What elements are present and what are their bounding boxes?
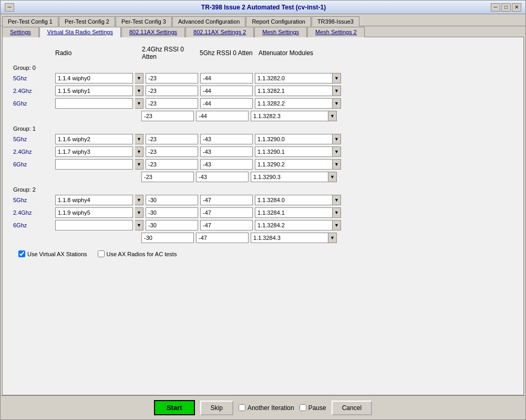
window-controls: ─ □ ✕ — [491, 3, 521, 12]
radio-select[interactable]: 1.1.9 wiphy5 — [55, 207, 133, 218]
atten-select-arrow[interactable]: ▼ — [333, 73, 341, 83]
atten-select-arrow[interactable]: ▼ — [328, 233, 337, 243]
atten-select[interactable]: 1.1.3284.1 — [255, 207, 333, 218]
atten-select[interactable]: 1.1.3290.0 — [255, 134, 333, 144]
atten-select-arrow[interactable]: ▼ — [333, 195, 341, 205]
table-row: 5Ghz 1.1.8 wiphy4 ▼ 1.1.3284.0 ▼ — [13, 195, 513, 205]
group-0: Group: 0 5Ghz 1.1.4 wiphy0 ▼ 1.1.3282.0 … — [13, 65, 513, 121]
radio-select[interactable]: 1.1.5 wiphy1 — [55, 86, 133, 96]
atten-select[interactable]: 1.1.3290.3 — [251, 172, 328, 182]
atten-select[interactable]: 1.1.3282.3 — [251, 111, 328, 121]
radio-select-arrow[interactable]: ▼ — [135, 86, 143, 96]
rssi5-input[interactable] — [200, 86, 253, 96]
table-row: 1.1.3290.3 ▼ — [13, 172, 513, 182]
atten-select[interactable]: 1.1.3282.1 — [255, 86, 333, 96]
maximize-btn[interactable]: □ — [501, 3, 511, 12]
atten-select-arrow[interactable]: ▼ — [328, 172, 337, 182]
radio-select[interactable]: 1.1.8 wiphy4 — [55, 195, 133, 205]
pause-checkbox[interactable] — [300, 404, 306, 411]
col-header-radio: Radio — [55, 49, 142, 57]
rssi24-input[interactable] — [146, 134, 198, 144]
cancel-button[interactable]: Cancel — [332, 401, 372, 415]
radio-select[interactable] — [55, 98, 133, 109]
rssi5-input[interactable] — [196, 111, 249, 121]
rssi24-input[interactable] — [146, 146, 198, 157]
atten-select-arrow[interactable]: ▼ — [328, 111, 337, 121]
radio-select[interactable]: 1.1.6 wiphy2 — [55, 134, 133, 144]
rssi5-input[interactable] — [200, 134, 253, 144]
radio-select-arrow[interactable]: ▼ — [135, 146, 143, 157]
rssi24-input[interactable] — [146, 195, 198, 205]
radio-select[interactable] — [55, 220, 133, 230]
radio-select-arrow[interactable]: ▼ — [135, 134, 143, 144]
use-ax-radios-checkbox[interactable] — [98, 250, 105, 257]
tab-report-configuration[interactable]: Report Configuration — [246, 16, 311, 26]
tab-virtual-sta-radio-settings[interactable]: Virtual Sta Radio Settings — [39, 27, 121, 37]
rssi5-input[interactable] — [200, 146, 253, 157]
band-label: 6Ghz — [13, 161, 55, 167]
atten-select-arrow[interactable]: ▼ — [333, 146, 341, 157]
atten-select[interactable]: 1.1.3282.2 — [255, 98, 333, 109]
band-label: 6Ghz — [13, 222, 55, 228]
tab-80211ax-settings-2[interactable]: 802.11AX Settings 2 — [185, 27, 254, 37]
atten-select[interactable]: 1.1.3284.0 — [255, 195, 333, 205]
tab-80211ax-settings[interactable]: 802.11AX Settings — [121, 27, 185, 37]
rssi5-input[interactable] — [200, 195, 253, 205]
radio-select-wrap: ▼ — [55, 159, 143, 170]
atten-select[interactable]: 1.1.3290.2 — [255, 159, 333, 170]
rssi24-input[interactable] — [146, 73, 198, 83]
atten-select[interactable]: 1.1.3284.2 — [255, 220, 333, 230]
tab-mesh-settings-2[interactable]: Mesh Settings 2 — [307, 27, 365, 37]
radio-select[interactable] — [55, 159, 133, 170]
col-header-attenuator: Attenuator Modules — [259, 49, 353, 57]
tab-settings[interactable]: Settings — [2, 27, 39, 37]
tab-per-test-config-2[interactable]: Per-Test Config 2 — [59, 16, 115, 26]
radio-select-wrap: ▼ — [55, 98, 143, 109]
rssi24-input[interactable] — [141, 111, 194, 121]
radio-select-arrow[interactable]: ▼ — [135, 220, 143, 230]
radio-select-arrow[interactable]: ▼ — [135, 207, 143, 218]
atten-select-arrow[interactable]: ▼ — [333, 220, 341, 230]
rssi24-input[interactable] — [146, 86, 198, 96]
rssi5-input[interactable] — [196, 233, 249, 243]
atten-select[interactable]: 1.1.3290.1 — [255, 146, 333, 157]
radio-select[interactable]: 1.1.4 wiphy0 — [55, 73, 133, 83]
rssi24-input[interactable] — [146, 98, 198, 109]
rssi24-input[interactable] — [141, 172, 194, 182]
rssi5-input[interactable] — [200, 220, 253, 230]
system-menu-btn[interactable]: ─ — [5, 3, 14, 12]
atten-select-arrow[interactable]: ▼ — [333, 86, 341, 96]
atten-select[interactable]: 1.1.3284.3 — [251, 233, 328, 243]
start-button[interactable]: Start — [154, 400, 195, 415]
atten-select[interactable]: 1.1.3282.0 — [255, 73, 333, 83]
rssi5-input[interactable] — [200, 73, 253, 83]
atten-select-arrow[interactable]: ▼ — [333, 98, 341, 109]
radio-select-arrow[interactable]: ▼ — [135, 159, 143, 170]
radio-select[interactable]: 1.1.7 wiphy3 — [55, 146, 133, 157]
tab-advanced-configuration[interactable]: Advanced Configuration — [172, 16, 245, 26]
atten-select-arrow[interactable]: ▼ — [333, 159, 341, 170]
atten-select-arrow[interactable]: ▼ — [333, 207, 341, 218]
tab-per-test-config-1[interactable]: Per-Test Config 1 — [2, 16, 58, 26]
rssi5-input[interactable] — [200, 159, 253, 170]
radio-select-arrow[interactable]: ▼ — [135, 98, 143, 109]
tab-mesh-settings[interactable]: Mesh Settings — [254, 27, 307, 37]
table-row: 1.1.3284.3 ▼ — [13, 233, 513, 243]
skip-button[interactable]: Skip — [200, 401, 233, 415]
rssi24-input[interactable] — [146, 159, 198, 170]
rssi24-input[interactable] — [146, 220, 198, 230]
close-btn[interactable]: ✕ — [512, 3, 521, 12]
tab-tr398-issue3[interactable]: TR398-Issue3 — [312, 16, 359, 26]
rssi24-input[interactable] — [141, 233, 194, 243]
radio-select-arrow[interactable]: ▼ — [135, 73, 143, 83]
use-virtual-ax-checkbox[interactable] — [18, 250, 25, 257]
minimize-btn[interactable]: ─ — [491, 3, 500, 12]
radio-select-arrow[interactable]: ▼ — [135, 195, 143, 205]
rssi24-input[interactable] — [146, 207, 198, 218]
atten-select-arrow[interactable]: ▼ — [333, 134, 341, 144]
another-iteration-checkbox[interactable] — [239, 404, 245, 411]
rssi5-input[interactable] — [200, 98, 253, 109]
rssi5-input[interactable] — [200, 207, 253, 218]
rssi5-input[interactable] — [196, 172, 249, 182]
tab-per-test-config-3[interactable]: Per-Test Config 3 — [116, 16, 172, 26]
